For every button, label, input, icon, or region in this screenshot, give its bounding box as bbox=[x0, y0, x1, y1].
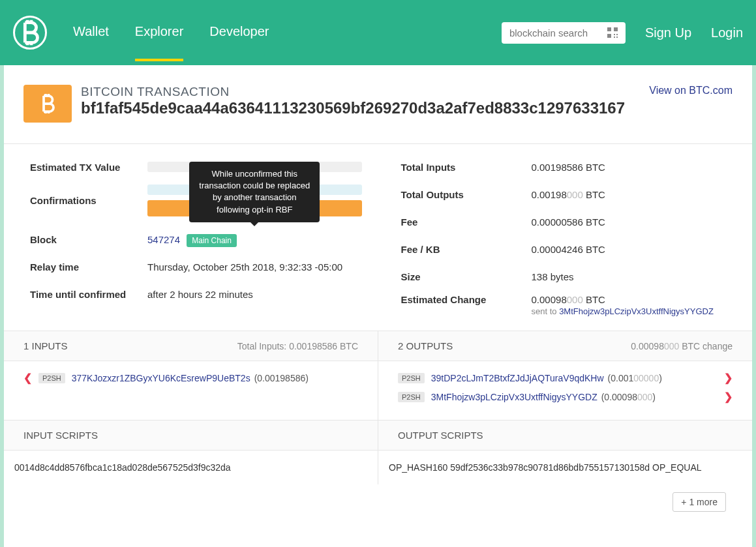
top-nav: Wallet Explorer Developer Sign Up Login bbox=[0, 0, 756, 65]
inputs-list: ❮ P2SH 377KJozxzr1ZBGyxYU6KcEsrewP9UeBT2… bbox=[4, 361, 378, 420]
input-script-value: 0014d8c4dd8576fbca1c18ad028de567525d3f9c… bbox=[4, 451, 378, 484]
transaction-hash: bf1faf545de9caa44a63641113230569bf269270… bbox=[81, 99, 649, 117]
rbf-tooltip: While unconfirmed this transaction could… bbox=[189, 162, 320, 222]
change-sent-to: sent to 3MtFhojzw3pLCzipVx3UxtffNigysYYG… bbox=[532, 306, 733, 316]
inputs-subtitle: Total Inputs: 0.00198586 BTC bbox=[237, 341, 358, 351]
total-inputs-label: Total Inputs bbox=[401, 162, 532, 173]
logo-icon[interactable] bbox=[13, 16, 47, 50]
fee-kb-label: Fee / KB bbox=[401, 244, 532, 255]
output-amount: (0.00098000) bbox=[601, 392, 656, 402]
output-script-value: OP_HASH160 59df2536c33b978c90781d86bdb75… bbox=[378, 451, 752, 484]
relay-time-label: Relay time bbox=[30, 261, 147, 273]
change-address-link[interactable]: 3MtFhojzw3pLCzipVx3UxtffNigysYYGDZ bbox=[559, 306, 714, 316]
nav-explorer[interactable]: Explorer bbox=[135, 24, 183, 61]
svg-rect-0 bbox=[607, 27, 611, 31]
output-address-link[interactable]: 39tDP2cLJmT2BtxfZJdJjAQTuraV9qdKHw bbox=[431, 373, 604, 383]
output-row: P2SH 3MtFhojzw3pLCzipVx3UxtffNigysYYGDZ … bbox=[398, 391, 733, 403]
chevron-right-icon[interactable]: ❯ bbox=[724, 372, 733, 384]
total-outputs-label: Total Outputs bbox=[401, 189, 532, 200]
input-row: ❮ P2SH 377KJozxzr1ZBGyxYU6KcEsrewP9UeBT2… bbox=[23, 372, 358, 384]
chevron-left-icon[interactable]: ❮ bbox=[23, 372, 32, 384]
io-body: ❮ P2SH 377KJozxzr1ZBGyxYU6KcEsrewP9UeBT2… bbox=[4, 361, 752, 420]
size-label: Size bbox=[401, 271, 532, 282]
input-scripts-title: INPUT SCRIPTS bbox=[23, 430, 98, 441]
details-right-col: Total Inputs 0.00198586 BTC Total Output… bbox=[382, 157, 733, 324]
bitcoin-icon bbox=[23, 85, 72, 123]
title-block: BITCOIN TRANSACTION bf1faf545de9caa44a63… bbox=[81, 85, 649, 117]
relay-time-value: Thursday, October 25th 2018, 9:32:33 -05… bbox=[147, 261, 362, 273]
inputs-title: 1 INPUTS bbox=[23, 340, 68, 351]
p2sh-tag: P2SH bbox=[398, 392, 425, 402]
page-subtitle: BITCOIN TRANSACTION bbox=[81, 85, 649, 99]
search-input[interactable] bbox=[509, 27, 607, 38]
scripts-body: 0014d8c4dd8576fbca1c18ad028de567525d3f9c… bbox=[4, 451, 752, 484]
total-outputs-value: 0.00198000 BTC bbox=[532, 189, 733, 200]
qr-icon[interactable] bbox=[607, 27, 618, 38]
view-on-btc-link[interactable]: View on BTC.com bbox=[649, 85, 733, 96]
output-row: P2SH 39tDP2cLJmT2BtxfZJdJjAQTuraV9qdKHw … bbox=[398, 372, 733, 384]
more-row: + 1 more bbox=[4, 484, 752, 525]
block-label: Block bbox=[30, 234, 147, 245]
size-value: 138 bytes bbox=[532, 271, 733, 282]
change-label: Estimated Change bbox=[401, 294, 532, 305]
page-content: BITCOIN TRANSACTION bf1faf545de9caa44a63… bbox=[4, 65, 752, 547]
svg-rect-6 bbox=[616, 37, 618, 38]
input-address-link[interactable]: 377KJozxzr1ZBGyxYU6KcEsrewP9UeBT2s bbox=[72, 373, 250, 383]
fee-kb-value: 0.00004246 BTC bbox=[532, 244, 733, 255]
outputs-title: 2 OUTPUTS bbox=[398, 340, 453, 351]
p2sh-tag: P2SH bbox=[38, 373, 65, 383]
outputs-subtitle: 0.00098000 BTC change bbox=[631, 341, 733, 351]
main-chain-badge: Main Chain bbox=[187, 234, 237, 247]
output-amount: (0.00100000) bbox=[608, 373, 662, 383]
outputs-list: P2SH 39tDP2cLJmT2BtxfZJdJjAQTuraV9qdKHw … bbox=[378, 361, 752, 420]
details-grid: Estimated TX Value While unconfirmed thi… bbox=[4, 144, 752, 331]
svg-rect-1 bbox=[614, 27, 618, 31]
more-button[interactable]: + 1 more bbox=[673, 492, 726, 512]
fee-label: Fee bbox=[401, 216, 532, 228]
search-box[interactable] bbox=[502, 22, 626, 44]
page-header: BITCOIN TRANSACTION bf1faf545de9caa44a63… bbox=[4, 65, 752, 136]
scripts-header-row: INPUT SCRIPTS OUTPUT SCRIPTS bbox=[4, 420, 752, 451]
io-header-row: 1 INPUTS Total Inputs: 0.00198586 BTC 2 … bbox=[4, 331, 752, 361]
confirmations-label: Confirmations bbox=[30, 195, 147, 206]
login-link[interactable]: Login bbox=[711, 25, 743, 40]
block-link[interactable]: 547274 bbox=[147, 234, 180, 245]
svg-rect-3 bbox=[614, 34, 615, 35]
nav-developer[interactable]: Developer bbox=[209, 24, 269, 61]
output-scripts-title: OUTPUT SCRIPTS bbox=[398, 430, 483, 441]
fee-value: 0.00000586 BTC bbox=[532, 216, 733, 228]
svg-rect-2 bbox=[607, 34, 611, 38]
signup-link[interactable]: Sign Up bbox=[645, 25, 691, 40]
time-until-value: after 2 hours 22 minutes bbox=[147, 289, 362, 300]
total-inputs-value: 0.00198586 BTC bbox=[532, 162, 733, 173]
output-address-link[interactable]: 3MtFhojzw3pLCzipVx3UxtffNigysYYGDZ bbox=[431, 392, 597, 402]
details-left-col: Estimated TX Value While unconfirmed thi… bbox=[30, 157, 382, 324]
main-nav: Wallet Explorer Developer bbox=[73, 5, 269, 61]
right-controls: Sign Up Login bbox=[502, 22, 743, 44]
input-amount: (0.00198586) bbox=[254, 373, 309, 383]
estimated-value-label: Estimated TX Value bbox=[30, 162, 147, 173]
p2sh-tag: P2SH bbox=[398, 373, 425, 383]
svg-rect-5 bbox=[614, 37, 615, 38]
time-until-label: Time until confirmed bbox=[30, 289, 147, 300]
svg-rect-4 bbox=[616, 34, 618, 35]
chevron-right-icon[interactable]: ❯ bbox=[724, 391, 733, 403]
nav-wallet[interactable]: Wallet bbox=[73, 24, 109, 61]
change-value: 0.00098000 BTC sent to 3MtFhojzw3pLCzipV… bbox=[532, 294, 733, 316]
